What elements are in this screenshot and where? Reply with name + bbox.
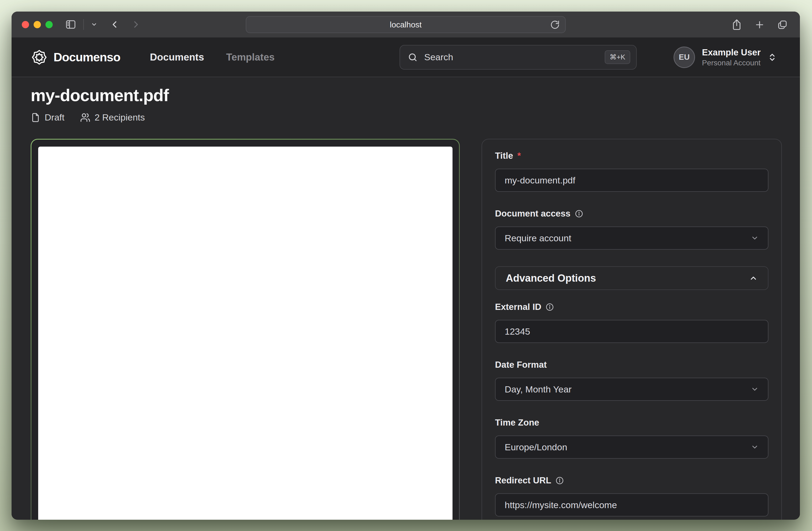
app-header: Documenso Documents Templates Search ⌘+K… bbox=[12, 38, 800, 77]
redirect-url-input[interactable] bbox=[495, 493, 768, 516]
document-access-group: Document access Require account bbox=[495, 209, 768, 249]
time-zone-select[interactable]: Europe/London bbox=[495, 435, 768, 459]
advanced-options-toggle[interactable]: Advanced Options bbox=[495, 266, 768, 290]
chevron-down-icon bbox=[751, 385, 759, 393]
users-icon bbox=[80, 112, 90, 123]
document-access-select[interactable]: Require account bbox=[495, 227, 768, 249]
external-id-label-text: External ID bbox=[495, 302, 541, 312]
document-preview-card bbox=[31, 139, 460, 520]
minimize-window-button[interactable] bbox=[34, 21, 41, 28]
time-zone-label-text: Time Zone bbox=[495, 417, 539, 428]
chevrons-up-down-icon bbox=[768, 53, 777, 62]
account-type: Personal Account bbox=[702, 58, 760, 68]
zoom-window-button[interactable] bbox=[45, 21, 53, 28]
search-placeholder: Search bbox=[424, 52, 453, 62]
chevron-down-icon bbox=[751, 443, 759, 451]
avatar: EU bbox=[673, 46, 695, 68]
avatar-initials: EU bbox=[679, 53, 690, 62]
account-menu[interactable]: EU Example User Personal Account bbox=[673, 46, 777, 68]
search-input[interactable]: Search ⌘+K bbox=[400, 45, 637, 70]
close-window-button[interactable] bbox=[22, 21, 29, 28]
title-field-group: Title * bbox=[495, 150, 768, 192]
date-format-value: Day, Month Year bbox=[505, 384, 571, 394]
address-bar-url: localhost bbox=[390, 20, 422, 29]
traffic-lights bbox=[22, 21, 53, 28]
date-format-group: Date Format Day, Month Year bbox=[495, 360, 768, 401]
search-icon bbox=[408, 52, 418, 62]
redirect-url-label: Redirect URL bbox=[495, 475, 768, 486]
recipients-text: 2 Recipients bbox=[95, 112, 145, 123]
refresh-icon[interactable] bbox=[550, 20, 560, 30]
recipients-badge: 2 Recipients bbox=[80, 112, 145, 123]
desktop-background: localhost bbox=[0, 0, 812, 531]
chevron-down-icon bbox=[751, 234, 759, 242]
browser-titlebar: localhost bbox=[12, 12, 800, 38]
external-id-input[interactable] bbox=[495, 320, 768, 343]
date-format-label-text: Date Format bbox=[495, 360, 547, 370]
main-nav: Documents Templates bbox=[150, 52, 275, 63]
brand-logo[interactable]: Documenso bbox=[31, 49, 120, 66]
search-shortcut-badge: ⌘+K bbox=[605, 50, 630, 64]
info-icon[interactable] bbox=[546, 303, 554, 311]
external-id-label: External ID bbox=[495, 302, 768, 312]
file-icon bbox=[31, 113, 40, 123]
pdf-page bbox=[38, 147, 452, 520]
nav-templates[interactable]: Templates bbox=[226, 52, 275, 63]
title-label-text: Title bbox=[495, 150, 513, 161]
date-format-select[interactable]: Day, Month Year bbox=[495, 378, 768, 401]
time-zone-group: Time Zone Europe/London bbox=[495, 417, 768, 459]
time-zone-label: Time Zone bbox=[495, 417, 768, 428]
page-title: my-document.pdf bbox=[31, 86, 782, 104]
account-name: Example User bbox=[702, 47, 760, 58]
new-tab-icon[interactable] bbox=[754, 19, 765, 30]
title-input[interactable] bbox=[495, 169, 768, 192]
redirect-url-label-text: Redirect URL bbox=[495, 475, 551, 486]
document-access-label: Document access bbox=[495, 209, 768, 219]
toolbar-divider bbox=[83, 19, 84, 30]
brand-name: Documenso bbox=[54, 50, 120, 64]
status-badge: Draft bbox=[31, 112, 64, 123]
document-settings-panel: Title * Document access bbox=[481, 139, 782, 520]
tab-group-chevron-icon[interactable] bbox=[91, 21, 97, 28]
advanced-options-label: Advanced Options bbox=[506, 272, 596, 284]
document-meta: Draft 2 Recipients bbox=[31, 112, 782, 123]
document-access-value: Require account bbox=[505, 233, 571, 243]
date-format-label: Date Format bbox=[495, 360, 768, 370]
status-text: Draft bbox=[45, 112, 64, 123]
main-content: my-document.pdf Draft 2 Recipients bbox=[12, 77, 800, 519]
back-button-icon[interactable] bbox=[109, 19, 120, 30]
forward-button-icon[interactable] bbox=[131, 19, 142, 30]
browser-window: localhost bbox=[12, 12, 800, 520]
document-access-label-text: Document access bbox=[495, 209, 570, 219]
time-zone-value: Europe/London bbox=[505, 442, 567, 453]
info-icon[interactable] bbox=[575, 210, 583, 218]
required-asterisk: * bbox=[517, 150, 521, 161]
external-id-group: External ID bbox=[495, 302, 768, 343]
tab-overview-icon[interactable] bbox=[777, 19, 788, 30]
share-icon[interactable] bbox=[731, 19, 742, 30]
sidebar-toggle-icon[interactable] bbox=[65, 19, 76, 30]
address-bar[interactable]: localhost bbox=[246, 16, 566, 33]
document-preview-frame bbox=[31, 140, 459, 520]
redirect-url-group: Redirect URL bbox=[495, 475, 768, 516]
nav-documents[interactable]: Documents bbox=[150, 52, 204, 63]
title-label: Title * bbox=[495, 150, 768, 161]
documenso-logo-icon bbox=[31, 49, 47, 66]
info-icon[interactable] bbox=[555, 476, 564, 485]
chevron-up-icon bbox=[749, 274, 758, 283]
